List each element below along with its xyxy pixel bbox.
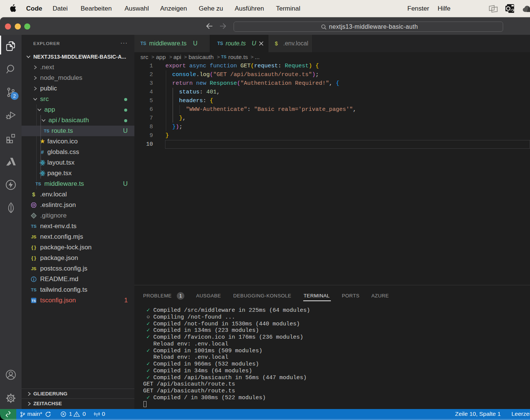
svg-text:TS: TS xyxy=(32,299,36,303)
